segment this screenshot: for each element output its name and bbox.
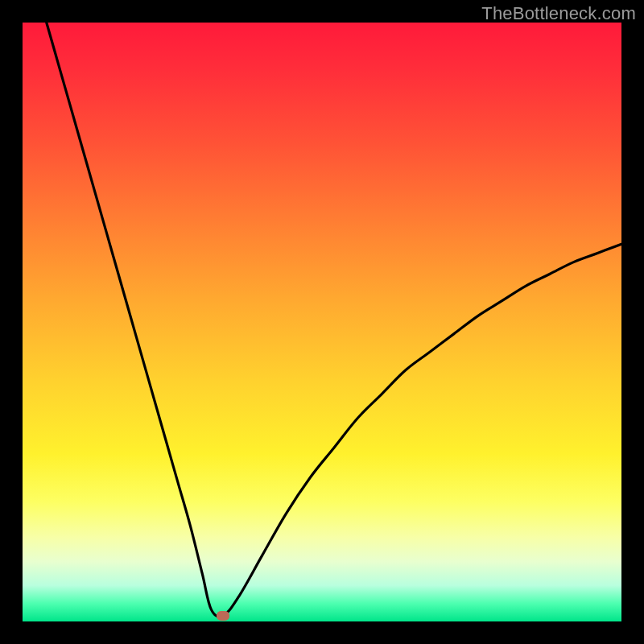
- watermark-text: TheBottleneck.com: [481, 3, 636, 24]
- chart-plot-area: [23, 23, 621, 621]
- bottleneck-curve: [47, 23, 621, 617]
- chart-svg: [23, 23, 621, 621]
- chart-stage: TheBottleneck.com: [0, 0, 644, 644]
- optimal-point-marker: [217, 611, 229, 621]
